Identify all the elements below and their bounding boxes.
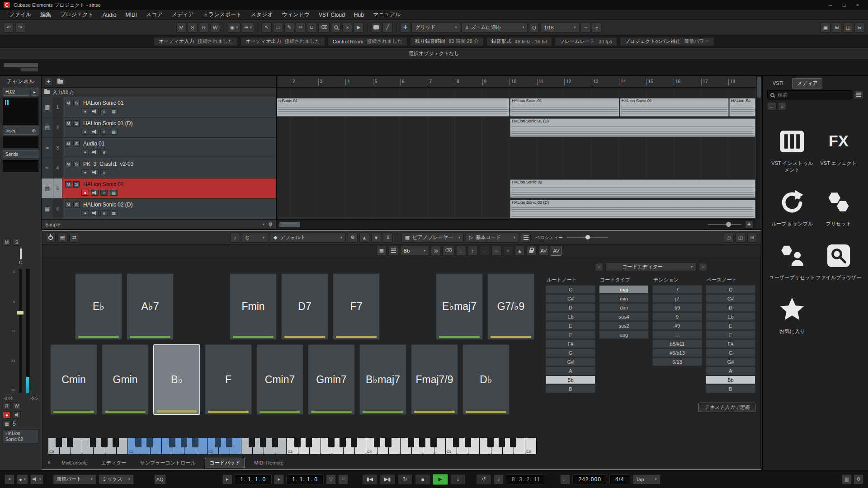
track-mute-button[interactable]: M — [65, 100, 71, 106]
primary-position-display[interactable]: 1. 1. 1. 0 — [235, 474, 272, 484]
track-monitor-button[interactable] — [91, 190, 99, 196]
precount-icon[interactable]: ↺ — [476, 474, 491, 485]
io-folder-track[interactable]: 入力/出力 — [42, 88, 276, 97]
track-record-enable-button[interactable]: ● — [81, 129, 89, 135]
piano-black-key[interactable] — [374, 438, 380, 447]
right-zone-toggle-icon[interactable]: ⊟ — [854, 23, 864, 33]
pads-setup-window-icon[interactable]: ⊡ — [747, 233, 757, 243]
volume-fader[interactable] — [19, 269, 22, 393]
bass-note-option[interactable]: D — [706, 303, 755, 312]
mute-tool[interactable]: × — [342, 23, 352, 33]
bass-note-option[interactable]: Bb — [706, 375, 755, 384]
line-tool[interactable]: ╱ — [382, 23, 392, 33]
midi-event[interactable]: HALion Sonic 02 — [510, 179, 755, 198]
overview-grip-small[interactable] — [21, 68, 38, 71]
quantize-panel-button[interactable]: e — [592, 23, 602, 33]
piano-black-key[interactable] — [294, 438, 301, 447]
track-mute-button[interactable]: M — [65, 141, 71, 147]
editor-mode-dropdown[interactable]: コードエディター▾ — [606, 263, 696, 271]
chord-pad[interactable]: E♭maj7 — [436, 273, 483, 340]
monitor-button[interactable] — [13, 411, 21, 418]
bass-note-option[interactable]: E — [706, 321, 755, 330]
chord-pad[interactable]: A♭7 — [127, 273, 174, 340]
chord-pad[interactable]: F — [205, 344, 252, 415]
midi-event[interactable]: HALion Sonic 01 (D) — [510, 118, 755, 137]
track-name[interactable]: HALion Sonic 01 — [83, 100, 123, 106]
chord-type-option[interactable]: min — [599, 294, 649, 303]
menu-item[interactable]: トランスポート — [198, 11, 246, 19]
punch-filter-icon[interactable]: ▽ — [326, 474, 336, 484]
left-zone-toggle-icon[interactable]: ⊞ — [832, 23, 842, 33]
media-tile-vst-instruments[interactable]: VST インストゥルメント — [769, 128, 816, 174]
midi-event[interactable]: HALion Sonic 01 — [510, 98, 619, 117]
lock-pad-icon[interactable] — [527, 246, 537, 256]
status-item[interactable]: 残り録音時間 83 時間 28 分 — [410, 37, 484, 46]
play-button[interactable]: ▶ — [433, 474, 448, 485]
player-dropdown[interactable]: ▦ピアノプレーヤー▾ — [401, 233, 464, 243]
automation-button[interactable]: M — [176, 23, 186, 33]
track-mute-button[interactable]: M — [65, 181, 71, 188]
chord-pad[interactable]: F7 — [333, 273, 380, 340]
track-monitor-button[interactable] — [91, 149, 99, 155]
voicing-up-icon[interactable]: ▲ — [515, 246, 525, 256]
track-row[interactable]: ▦ 2 M S HALion Sonic 01 (D) ● — [42, 117, 276, 138]
bass-note-option[interactable]: F — [706, 330, 755, 339]
tempo-track-icon[interactable]: ♩ — [560, 474, 570, 484]
glue-tool[interactable]: ⊔ — [307, 23, 317, 33]
zoom-in-icon[interactable]: ✚ — [745, 221, 753, 229]
automation-button[interactable]: W — [210, 23, 220, 33]
menu-item[interactable]: プロジェクト — [56, 11, 98, 19]
write-automation-button[interactable]: W — [13, 402, 21, 409]
tension-option[interactable]: b5/#11 — [652, 339, 702, 348]
midi-event[interactable]: HALion Sonic 01 — [620, 98, 729, 117]
track-visibility-icon[interactable] — [55, 78, 65, 86]
preset-down-icon[interactable]: ▼ — [371, 233, 381, 243]
chord-type-option[interactable]: maj — [599, 285, 649, 294]
menu-item[interactable]: 編集 — [36, 11, 56, 19]
close-icon[interactable]: × — [851, 2, 864, 8]
track-record-enable-button[interactable]: ● — [81, 108, 89, 114]
track-row[interactable]: ▦ 1 M S HALion Sonic 01 ● — [42, 97, 276, 117]
tempo-display[interactable]: 242.000 — [572, 474, 607, 484]
comment-icon[interactable] — [371, 23, 381, 33]
iterative-quantize-icon[interactable]: ~ — [580, 23, 590, 33]
horizontal-scrollbar[interactable]: ✚ — [277, 219, 756, 229]
track-solo-button[interactable]: S — [73, 181, 80, 188]
object-selection-tool[interactable]: ↖ — [262, 23, 272, 33]
track-edit-button[interactable]: e — [100, 169, 108, 175]
maximize-icon[interactable]: □ — [837, 2, 851, 8]
draw-tool[interactable]: ✎ — [284, 23, 294, 33]
track-row[interactable]: ≈ 3 M S Audio 01 ● — [42, 138, 276, 158]
track-mute-button[interactable]: M — [65, 202, 71, 208]
status-item[interactable]: オーディオ出力 接続されました — [241, 37, 325, 46]
pan-control[interactable]: C — [3, 249, 38, 265]
horizontal-scroll-thumb[interactable] — [279, 222, 300, 227]
menu-item[interactable]: MIDI — [121, 12, 142, 18]
piano-black-key[interactable] — [226, 438, 232, 447]
preset-browse-icon[interactable]: ▸ — [31, 88, 38, 96]
tension-option[interactable]: 7 — [652, 285, 702, 294]
piano-black-key[interactable] — [67, 438, 73, 447]
chord-pad[interactable]: Fmaj7/9 — [411, 344, 458, 415]
record-enable-button[interactable]: ● — [3, 411, 11, 418]
root-note-option[interactable]: G — [546, 348, 595, 357]
pad-root-dropdown[interactable]: Bb▾ — [400, 246, 429, 256]
midi-event[interactable]: n Sonic 01 — [277, 98, 509, 117]
media-tile-user-presets[interactable]: ユーザープリセット — [769, 243, 816, 281]
zoom-mode-dropdown[interactable]: #ズームに適応▾ — [462, 23, 528, 33]
event-canvas[interactable]: n Sonic 01HALion Sonic 01HALion Sonic 01… — [277, 88, 756, 219]
track-edit-button[interactable]: e — [100, 149, 108, 155]
chord-type-option[interactable]: dim — [599, 303, 649, 312]
midi-event[interactable]: HALion So — [729, 98, 755, 117]
add-track-icon[interactable]: ✚ — [44, 78, 52, 86]
chord-pad[interactable]: G7/♭9 — [487, 273, 534, 340]
tab-vsti[interactable]: VSTi — [768, 79, 788, 87]
chord-pad[interactable]: B♭ — [153, 344, 200, 415]
track-monitor-button[interactable] — [91, 169, 99, 175]
menu-item[interactable]: Hub — [349, 12, 368, 18]
erase-tool[interactable]: ⌫ — [318, 23, 330, 33]
transpose-up-icon[interactable]: ↑ — [468, 246, 478, 256]
vertical-scroll-thumb[interactable] — [757, 77, 761, 98]
lower-zone-tab[interactable]: MIDI Remote — [250, 459, 288, 467]
piano-black-key[interactable] — [56, 438, 62, 447]
